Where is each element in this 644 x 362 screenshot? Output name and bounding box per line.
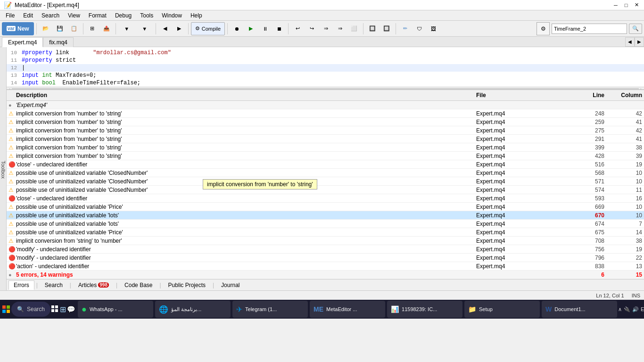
deploy-button[interactable]: 📤 [100, 22, 113, 35]
step-btn-4[interactable]: ⇒ [333, 22, 347, 35]
chat-button[interactable]: 💬 [67, 301, 75, 318]
switch-view-button[interactable]: ⊞ [86, 22, 99, 35]
whatsapp-label: WhatsApp - ... [90, 306, 123, 312]
compile-button[interactable]: ⚙ Compile [191, 22, 225, 35]
tab-errors[interactable]: Errors [8, 280, 34, 290]
taskbar-app-metaeditor[interactable]: ME MetaEditor ... [310, 301, 385, 318]
table-row[interactable]: ⚠ possible use of uninitialized variable… [7, 186, 644, 194]
open-button[interactable]: 📂 [39, 22, 52, 35]
scroll-right-btn[interactable]: ▶ [641, 87, 644, 90]
menu-window[interactable]: Window [158, 11, 186, 20]
step-btn-1[interactable]: ↩ [291, 22, 304, 35]
menu-search[interactable]: Search [38, 11, 63, 20]
taskbar-app-whatsapp[interactable]: ● WhatsApp - ... [78, 301, 153, 318]
save-all-button[interactable]: 📋 [67, 22, 81, 35]
back-button[interactable]: ◀ [158, 22, 172, 35]
settings-button[interactable]: ⚙ [537, 22, 550, 35]
menu-tools[interactable]: Tools [136, 11, 157, 20]
task-view-button[interactable] [51, 301, 59, 318]
table-row[interactable]: ⚠ implicit conversion from 'number' to '… [7, 143, 644, 152]
taskbar-app-setup[interactable]: 📁 Setup [464, 301, 540, 318]
group-header-row[interactable]: ● 'Expert.mq4' [7, 101, 644, 109]
table-row[interactable]: ⚠ possible use of uninitialized variable… [7, 177, 644, 186]
taskbar-app-telegram[interactable]: ✈ Telegram (1... [232, 301, 308, 318]
edit-mode: INS [632, 293, 640, 298]
tab-search[interactable]: Search [40, 280, 68, 290]
table-row[interactable]: ⚠ implicit conversion from 'number' to '… [7, 118, 644, 126]
stop-button[interactable]: ⏹ [272, 22, 286, 35]
breakpoint-btn-1[interactable]: 🔲 [366, 22, 379, 35]
tab-scroll-right[interactable]: ▶ [635, 37, 644, 47]
show-hidden-icon[interactable]: ∧ [618, 306, 622, 313]
code-editor[interactable]: 10 #property link "mrdollar.cs@gmail.com… [7, 47, 644, 90]
tab-articles[interactable]: Articles 998 [73, 280, 114, 290]
widget-button[interactable]: ⊞ [60, 301, 66, 318]
play-button[interactable]: ▶ [244, 22, 257, 35]
table-row[interactable]: ⚠ possible use of uninitialized variable… [7, 169, 644, 177]
separator-7 [288, 23, 289, 34]
taskbar-app-word[interactable]: W Document1... [542, 301, 617, 318]
tab-public-projects[interactable]: Public Projects [163, 280, 211, 290]
breakpoint-btn-2[interactable]: 🔲 [380, 22, 393, 35]
maximize-button[interactable]: □ [622, 1, 630, 9]
tab-fix-mq4[interactable]: fix.mq4 [43, 37, 74, 47]
table-row[interactable]: 🔴 'close' - undeclared identifier Expert… [7, 160, 644, 169]
menu-edit[interactable]: Edit [19, 11, 37, 20]
menu-format[interactable]: Format [85, 11, 110, 20]
table-row[interactable]: 🔴 'modify' - undeclared identifier Exper… [7, 245, 644, 254]
tab-bar: Expert.mq4 fix.mq4 ◀ ▶ [0, 37, 644, 47]
dropdown-btn-1[interactable]: ▼ [118, 22, 135, 35]
dropdown-btn-2[interactable]: ▼ [136, 22, 153, 35]
step-btn-2[interactable]: ↪ [305, 22, 318, 35]
lang-label[interactable]: ENG [641, 306, 644, 312]
toolbar-search-area: ⚙ 🔍 [537, 22, 642, 35]
volume-icon[interactable]: 🔊 [632, 306, 639, 313]
tab-expert-mq4[interactable]: Expert.mq4 [2, 37, 43, 47]
table-row[interactable]: ⚠ implicit conversion from 'number' to '… [7, 135, 644, 143]
ic-icon: 📊 [391, 305, 399, 313]
forward-button[interactable]: ▶ [173, 22, 186, 35]
scroll-track[interactable] [12, 88, 639, 90]
menu-debug[interactable]: Debug [111, 11, 135, 20]
menu-file[interactable]: File [2, 11, 18, 20]
table-row[interactable]: ⚠ implicit conversion from 'number' to '… [7, 126, 644, 135]
pen-btn[interactable]: ✏ [398, 22, 412, 35]
table-row[interactable]: ⚠ implicit conversion from 'number' to '… [7, 109, 644, 118]
menu-help[interactable]: Help [187, 11, 206, 20]
tab-journal[interactable]: Journal [216, 280, 245, 290]
shield-btn[interactable]: 🛡 [413, 22, 426, 35]
table-row[interactable]: 🔴 'close' - undeclared identifier Expert… [7, 194, 644, 203]
close-button[interactable]: ✕ [633, 1, 640, 9]
search-input[interactable] [552, 24, 627, 34]
table-row[interactable]: ⚠ possible use of uninitialized variable… [7, 203, 644, 211]
table-row[interactable]: ⚠ possible use of uninitialized variable… [7, 220, 644, 228]
table-row[interactable]: ⚠ implicit conversion from 'string' to '… [7, 237, 644, 245]
start-button[interactable]: ⏺ [230, 22, 243, 35]
table-row[interactable]: ⚠ possible use of uninitialized variable… [7, 211, 644, 220]
row-line: 275 [569, 127, 606, 134]
row-icon: ⚠ [7, 135, 14, 143]
minimize-button[interactable]: ─ [612, 1, 619, 9]
horizontal-scrollbar[interactable]: ◀ ▶ [7, 87, 644, 90]
table-row[interactable]: 🔴 'action' - undeclared identifier Exper… [7, 262, 644, 271]
step-btn-3[interactable]: ⇒ [319, 22, 332, 35]
menu-view[interactable]: View [64, 11, 84, 20]
table-row[interactable]: 🔴 'modify' - undeclared identifier Exper… [7, 254, 644, 262]
img-btn[interactable]: 🖼 [427, 22, 440, 35]
taskbar-app-ic[interactable]: 📊 11598239: IC... [387, 301, 462, 318]
step-btn-5[interactable]: ⬜ [347, 22, 361, 35]
taskbar-search[interactable]: 🔍 Search [11, 302, 50, 317]
search-execute-button[interactable]: 🔍 [629, 24, 642, 34]
start-button[interactable] [2, 301, 10, 318]
bottom-tabs: Errors | Search | Articles 998 | Code Ba… [7, 279, 644, 290]
save-button[interactable]: 💾 [53, 22, 66, 35]
table-row[interactable]: ⚠ possible use of uninitialized variable… [7, 228, 644, 237]
toolbox-sidebar[interactable]: Toolbox [0, 47, 7, 290]
scroll-left-btn[interactable]: ◀ [7, 87, 10, 90]
tab-codebase[interactable]: Code Base [119, 280, 157, 290]
pause-button[interactable]: ⏸ [258, 22, 272, 35]
new-button[interactable]: var New [2, 22, 34, 35]
tab-scroll-left[interactable]: ◀ [625, 37, 635, 47]
table-row[interactable]: ⚠ implicit conversion from 'number' to '… [7, 152, 644, 160]
taskbar-app-browser[interactable]: 🌐 برنامجة المؤ... [155, 301, 231, 318]
